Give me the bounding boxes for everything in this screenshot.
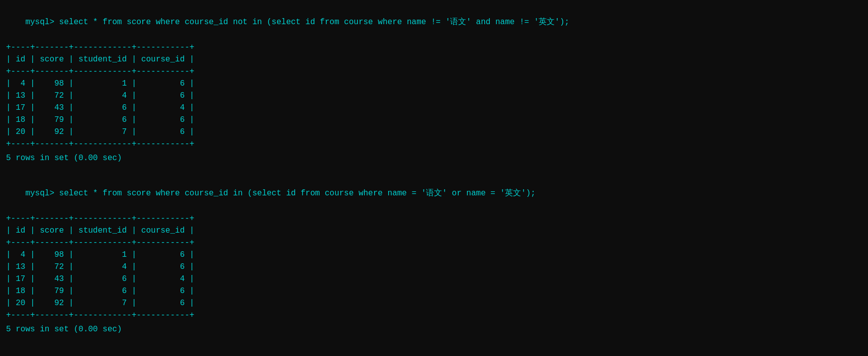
table2-sep-mid: +----+-------+------------+-----------+	[6, 237, 862, 249]
table1-row-5: | 20 | 92 | 7 | 6 |	[6, 126, 862, 138]
prompt2: mysql>	[25, 189, 54, 198]
query1-sql: select * from score where course_id not …	[54, 18, 569, 27]
query1-line: mysql> select * from score where course_…	[6, 4, 862, 40]
table1-sep-top: +----+-------+------------+-----------+	[6, 41, 862, 53]
table1-row-3: | 17 | 43 | 6 | 4 |	[6, 102, 862, 114]
table2-row-3: | 17 | 43 | 6 | 4 |	[6, 273, 862, 285]
table1-sep-mid: +----+-------+------------+-----------+	[6, 65, 862, 78]
table1-row-1: | 4 | 98 | 1 | 6 |	[6, 78, 862, 90]
query2-sql: select * from score where course_id in (…	[54, 189, 536, 198]
table2-block: +----+-------+------------+-----------+ …	[6, 212, 862, 321]
query2-line: mysql> select * from score where course_…	[6, 175, 862, 211]
table2-sep-bot: +----+-------+------------+-----------+	[6, 309, 862, 321]
table1-row-4: | 18 | 79 | 6 | 6 |	[6, 114, 862, 126]
table1-sep-bot: +----+-------+------------+-----------+	[6, 138, 862, 150]
table1-row-2: | 13 | 72 | 4 | 6 |	[6, 90, 862, 102]
table1-header: | id | score | student_id | course_id |	[6, 53, 862, 65]
table2-row-5: | 20 | 92 | 7 | 6 |	[6, 297, 862, 309]
table2-row-2: | 13 | 72 | 4 | 6 |	[6, 261, 862, 273]
table1-block: +----+-------+------------+-----------+ …	[6, 41, 862, 150]
table2-row-4: | 18 | 79 | 6 | 6 |	[6, 285, 862, 297]
terminal: mysql> select * from score where course_…	[6, 4, 862, 335]
result1-line: 5 rows in set (0.00 sec)	[6, 152, 862, 164]
prompt1: mysql>	[25, 18, 54, 27]
table2-header: | id | score | student_id | course_id |	[6, 225, 862, 237]
table2-row-1: | 4 | 98 | 1 | 6 |	[6, 249, 862, 261]
table2-sep-top: +----+-------+------------+-----------+	[6, 212, 862, 225]
result2-line: 5 rows in set (0.00 sec)	[6, 323, 862, 335]
